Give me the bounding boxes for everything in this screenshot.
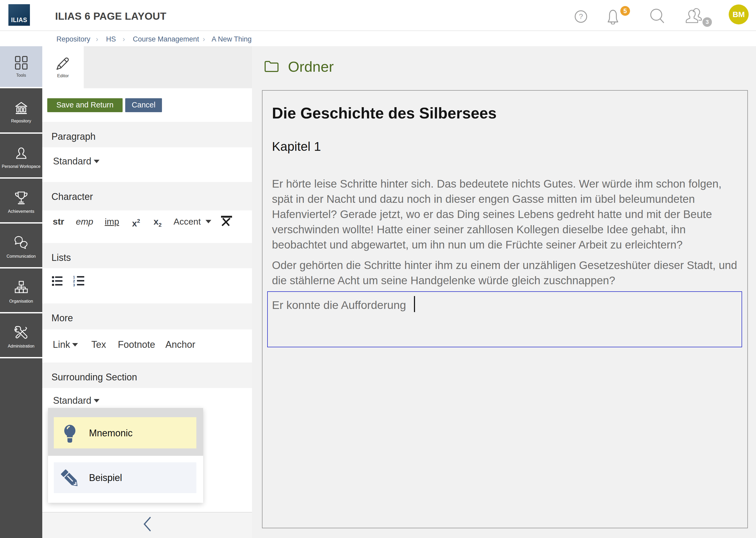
svg-text:1: 1 xyxy=(73,275,75,279)
svg-text:2: 2 xyxy=(73,279,75,283)
svg-text:3: 3 xyxy=(73,283,75,286)
svg-text:?: ? xyxy=(579,12,583,21)
